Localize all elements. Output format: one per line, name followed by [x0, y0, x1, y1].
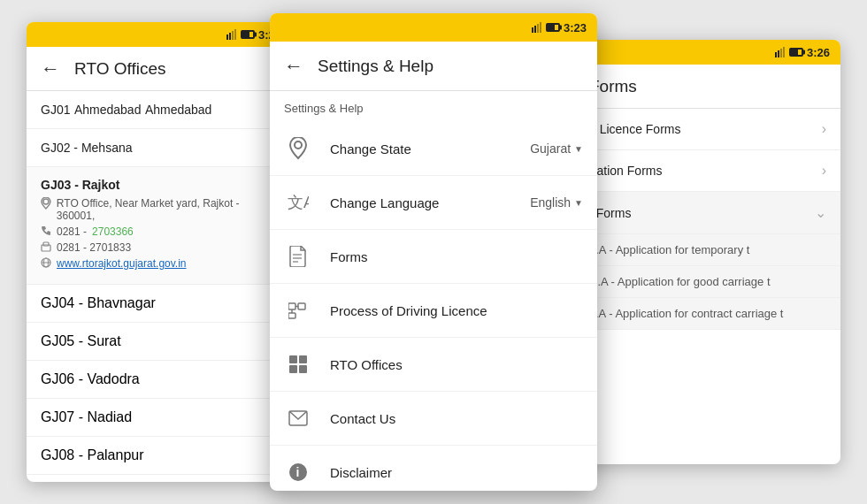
right-app-header: Forms: [575, 65, 840, 109]
right-signal-icon: [775, 47, 786, 57]
svg-rect-23: [288, 303, 295, 309]
rto-item-gj01[interactable]: GJ01 Ahmedabad Ahmedabad: [27, 91, 292, 129]
state-dropdown-arrow: ▼: [574, 144, 583, 154]
rto-address-row: RTO Office, Near Market yard, Rajkot - 3…: [41, 197, 278, 222]
permit-sub-label-2: C.A - Application for good carriage t: [589, 275, 771, 288]
settings-content: Settings & Help Change State Gujarat ▼ 文…: [270, 91, 597, 491]
change-state-item[interactable]: Change State Gujarat ▼: [270, 122, 597, 176]
permit-forms-label: t Forms: [589, 206, 815, 220]
registration-forms-item[interactable]: tration Forms ›: [575, 150, 840, 192]
center-time: 3:23: [564, 21, 587, 34]
permit-sub-label-3: P.A - Application for contract carriage …: [589, 307, 783, 320]
permit-forms-expanded: n.A - Application for temporary t C.A - …: [575, 234, 840, 330]
location-icon: [41, 197, 51, 210]
svg-text:文A: 文A: [288, 194, 309, 211]
svg-rect-31: [299, 365, 307, 373]
svg-rect-28: [289, 355, 297, 363]
battery-icon: [241, 30, 255, 39]
chevron-down-icon: ⌄: [815, 204, 826, 221]
rto-phone-row: 0281 - 2703366: [41, 225, 278, 238]
svg-point-4: [43, 199, 49, 204]
rto-item-gj06[interactable]: GJ06 - Vadodra: [27, 361, 292, 399]
document-icon: [284, 242, 312, 271]
svg-rect-13: [783, 47, 785, 57]
rto-item-gj03[interactable]: GJ03 - Rajkot RTO Office, Near Market ya…: [27, 167, 292, 285]
svg-point-18: [295, 141, 302, 149]
center-status-bar: 3:23: [270, 13, 597, 42]
right-time: 3:26: [807, 46, 830, 59]
fax-icon: [41, 241, 51, 252]
rto-gj07-label: GJ07 - Nadiad: [41, 409, 132, 424]
driving-licence-forms-label: g Licence Forms: [589, 122, 822, 136]
center-phone: 3:23 ← Settings & Help Settings & Help C…: [270, 13, 597, 491]
rto-item-gj04[interactable]: GJ04 - Bhavnagar: [27, 285, 292, 323]
contact-us-label: Contact Us: [330, 411, 583, 426]
grid-icon: [284, 350, 312, 378]
left-back-button[interactable]: ←: [41, 57, 60, 80]
rto-gj05-label: GJ05 - Surat: [41, 333, 121, 348]
driving-licence-forms-item[interactable]: g Licence Forms ›: [575, 109, 840, 150]
forms-menu-item[interactable]: Forms: [270, 230, 597, 284]
refresh-icon: [284, 296, 312, 325]
svg-rect-27: [288, 313, 295, 318]
svg-rect-2: [232, 31, 234, 40]
language-dropdown-arrow: ▼: [574, 198, 583, 208]
rto-phone-prefix: 0281 -: [57, 225, 87, 238]
disclaimer-item[interactable]: i Disclaimer: [270, 446, 597, 491]
rto-gj01-label: GJ01: [41, 103, 70, 117]
center-back-button[interactable]: ←: [284, 55, 303, 78]
right-phone: 3:26 Forms g Licence Forms › tration For…: [575, 40, 840, 464]
rto-item-gj02[interactable]: GJ02 - Mehsana: [27, 129, 292, 167]
info-icon: i: [284, 458, 312, 486]
contact-us-item[interactable]: Contact Us: [270, 392, 597, 446]
change-state-value: Gujarat ▼: [530, 141, 583, 156]
rto-gj08-label: GJ08 - Palanpur: [41, 447, 144, 462]
state-value-text: Gujarat: [530, 141, 571, 156]
rto-phone-number: 2703366: [92, 225, 134, 238]
translate-icon: 文A: [288, 192, 309, 213]
svg-rect-16: [537, 24, 539, 33]
process-icon: [288, 301, 308, 320]
left-status-icons: [226, 29, 255, 40]
permit-sub-label-1: n.A - Application for temporary t: [589, 243, 749, 256]
location-icon: [284, 134, 312, 163]
rto-offices-item[interactable]: RTO Offices: [270, 338, 597, 392]
svg-rect-29: [299, 355, 307, 363]
svg-rect-12: [780, 49, 782, 57]
permit-sub-item-2[interactable]: C.A - Application for good carriage t: [575, 266, 840, 298]
rto-item-gj05[interactable]: GJ05 - Surat: [27, 323, 292, 361]
web-icon: [41, 257, 51, 268]
language-value-text: English: [530, 195, 571, 210]
svg-rect-17: [540, 22, 541, 33]
center-app-header: ← Settings & Help: [270, 42, 597, 91]
left-phone: 3:26 ← RTO Offices GJ01 Ahmedabad Ahmeda…: [27, 22, 292, 482]
rto-address: RTO Office, Near Market yard, Rajkot - 3…: [57, 197, 278, 222]
rto-gj04-label: GJ04 - Bhavnagar: [41, 295, 156, 310]
change-language-item[interactable]: 文A Change Language English ▼: [270, 176, 597, 230]
rto-item-gj07[interactable]: GJ07 - Nadiad: [27, 399, 292, 437]
rto-website-row: www.rtorajkot.gujarat.gov.in: [41, 257, 278, 270]
permit-sub-item-3[interactable]: P.A - Application for contract carriage …: [575, 298, 840, 330]
change-language-label: Change Language: [330, 195, 530, 210]
rto-website[interactable]: www.rtorajkot.gujarat.gov.in: [57, 257, 187, 270]
rto-gj02-label: GJ02 - Mehsana: [41, 141, 133, 155]
center-status-icons: [532, 22, 560, 33]
center-battery-icon: [546, 23, 560, 32]
chevron-right-icon-2: ›: [822, 163, 826, 179]
envelope-icon: [288, 410, 308, 426]
driving-licence-item[interactable]: Process of Driving Licence: [270, 284, 597, 338]
rto-item-gj08[interactable]: GJ08 - Palanpur: [27, 437, 292, 475]
language-icon: 文A: [284, 188, 312, 217]
left-app-header: ← RTO Offices: [27, 47, 292, 91]
svg-rect-11: [778, 50, 779, 57]
change-state-label: Change State: [330, 141, 530, 157]
svg-rect-3: [234, 29, 236, 40]
driving-licence-label: Process of Driving Licence: [330, 303, 583, 318]
registration-forms-label: tration Forms: [589, 164, 822, 178]
svg-rect-0: [226, 34, 228, 40]
permit-sub-item-1[interactable]: n.A - Application for temporary t: [575, 234, 840, 266]
permit-forms-header[interactable]: t Forms ⌄: [575, 192, 840, 234]
location-pin-icon: [288, 137, 308, 160]
center-signal-icon: [532, 22, 542, 33]
svg-rect-10: [775, 52, 777, 57]
